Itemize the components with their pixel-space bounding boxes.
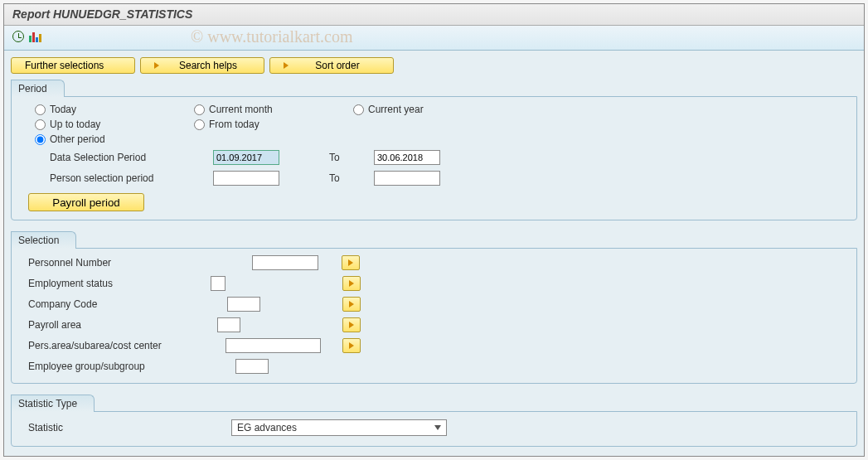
statistic-group-title: Statistic Type: [11, 395, 95, 412]
employment-status-input[interactable]: [211, 276, 225, 291]
radio-today[interactable]: Today: [35, 104, 134, 115]
data-selection-to-input[interactable]: [374, 150, 440, 165]
person-selection-label: Person selection period: [35, 172, 213, 184]
statistic-select[interactable]: EG advances: [231, 419, 447, 436]
pers-area-label: Pers.area/subarea/cost center: [28, 340, 225, 351]
radio-up-to-today[interactable]: Up to today: [35, 119, 134, 130]
search-helps-button[interactable]: Search helps: [140, 57, 264, 74]
radio-from-today[interactable]: From today: [194, 119, 293, 130]
further-selections-button[interactable]: Further selections: [11, 57, 135, 74]
to-label: To: [329, 152, 374, 163]
period-group: Today Current month Current year Up to t…: [11, 96, 857, 220]
arrow-right-icon: [154, 62, 159, 69]
employee-group-input[interactable]: [235, 359, 269, 374]
data-selection-label: Data Selection Period: [35, 152, 213, 163]
arrow-right-icon: [349, 342, 354, 349]
personnel-number-input[interactable]: [252, 255, 318, 270]
chevron-down-icon: [434, 425, 441, 430]
radio-other-period[interactable]: Other period: [35, 133, 134, 145]
personnel-number-more-button[interactable]: [342, 255, 360, 270]
statistic-label: Statistic: [28, 422, 231, 433]
page-title: Report HUNUEDGR_STATISTICS: [4, 4, 864, 26]
selection-group-title: Selection: [11, 231, 76, 249]
app-toolbar: [4, 26, 864, 51]
company-code-label: Company Code: [28, 298, 227, 310]
pers-area-input[interactable]: [225, 338, 321, 353]
data-selection-from-input[interactable]: [213, 150, 279, 165]
employment-status-label: Employment status: [28, 278, 211, 289]
payroll-period-button[interactable]: Payroll period: [28, 193, 144, 211]
variants-icon[interactable]: [29, 31, 41, 45]
arrow-right-icon: [284, 62, 289, 69]
personnel-number-label: Personnel Number: [28, 257, 252, 269]
payroll-area-input[interactable]: [217, 317, 240, 332]
selection-group: Personnel Number Employment status Compa…: [11, 248, 857, 384]
payroll-area-label: Payroll area: [28, 319, 217, 331]
pers-area-more-button[interactable]: [342, 338, 361, 353]
execute-icon[interactable]: [12, 31, 24, 45]
sort-order-button[interactable]: Sort order: [269, 57, 394, 74]
statistic-group: Statistic EG advances: [11, 411, 857, 447]
to-label: To: [329, 172, 374, 184]
radio-current-month[interactable]: Current month: [194, 104, 293, 115]
employment-status-more-button[interactable]: [342, 276, 361, 291]
arrow-right-icon: [349, 322, 354, 328]
person-selection-from-input[interactable]: [213, 171, 279, 186]
employee-group-label: Employee group/subgroup: [28, 361, 235, 372]
person-selection-to-input[interactable]: [374, 171, 440, 186]
company-code-input[interactable]: [227, 297, 260, 312]
arrow-right-icon: [349, 301, 354, 307]
company-code-more-button[interactable]: [342, 297, 361, 312]
payroll-area-more-button[interactable]: [342, 317, 361, 332]
period-group-title: Period: [11, 80, 65, 97]
radio-current-year[interactable]: Current year: [353, 104, 453, 115]
statistic-select-value: EG advances: [237, 422, 297, 433]
arrow-right-icon: [349, 280, 354, 287]
arrow-right-icon: [348, 259, 353, 266]
